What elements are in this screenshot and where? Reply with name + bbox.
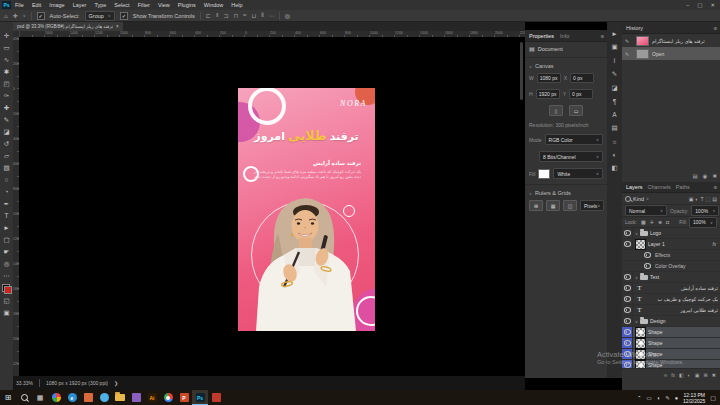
tab-history[interactable]: History bbox=[626, 25, 643, 31]
menu-item[interactable]: Window bbox=[204, 2, 224, 8]
menu-item[interactable]: Image bbox=[49, 2, 64, 8]
mail-app-icon[interactable] bbox=[80, 390, 96, 405]
y-field[interactable]: 0 px bbox=[569, 89, 593, 99]
share-icon[interactable]: ► bbox=[611, 30, 617, 37]
rulers-grids-section-label[interactable]: Rulers & Grids bbox=[535, 190, 571, 196]
history-brush-source[interactable]: ✎ bbox=[625, 51, 633, 57]
layer-name[interactable]: یک حرکت کوچیک و ظریف ب bbox=[646, 296, 718, 302]
screen-mode-button[interactable]: ▣ bbox=[1, 307, 12, 318]
show-transform-checkbox[interactable]: ✓ bbox=[120, 12, 128, 20]
group-expand-icon[interactable]: ∨ bbox=[635, 319, 638, 324]
selection-tool[interactable]: ✱ bbox=[1, 66, 12, 77]
panel-menu-icon[interactable]: ≡ bbox=[714, 184, 720, 190]
dodge-tool[interactable]: ◔ bbox=[1, 186, 12, 197]
illustrator-app-icon[interactable]: Ai bbox=[144, 390, 160, 405]
height-field[interactable]: 1920 px bbox=[536, 89, 560, 99]
x-field[interactable]: 0 px bbox=[570, 73, 594, 83]
brush-settings-icon[interactable]: ✎ bbox=[612, 70, 617, 78]
visibility-eye-icon[interactable] bbox=[622, 283, 633, 293]
layer-row[interactable]: ∨ T Text fx bbox=[622, 272, 720, 283]
layer-row[interactable]: ∨ T ترفند طلایی امروز fx bbox=[622, 305, 720, 316]
search-button[interactable] bbox=[16, 390, 32, 405]
visibility-eye-icon[interactable] bbox=[622, 327, 633, 337]
layer-name[interactable]: Text bbox=[650, 274, 718, 280]
clone-source-icon[interactable]: ◪ bbox=[611, 84, 617, 92]
layer-name[interactable]: Shape bbox=[648, 340, 718, 346]
align-button[interactable]: ⊐ bbox=[223, 12, 227, 19]
layer-name[interactable]: Shape bbox=[648, 329, 718, 335]
status-arrow-icon[interactable]: ❯ bbox=[114, 380, 118, 386]
blur-tool[interactable]: ○ bbox=[1, 174, 12, 185]
path-selection-tool[interactable]: ► bbox=[1, 222, 12, 233]
fill-color-swatch[interactable] bbox=[538, 169, 550, 179]
paragraph-icon[interactable]: ¶ bbox=[613, 98, 617, 105]
visibility-eye-icon[interactable] bbox=[622, 272, 633, 282]
edge-app-icon[interactable]: e bbox=[64, 390, 80, 405]
filter-type-icon[interactable]: ▤ bbox=[712, 196, 717, 202]
layer-name[interactable]: ترفند طلایی امروز bbox=[646, 307, 718, 313]
align-button[interactable]: ⫴ bbox=[261, 12, 263, 19]
libraries-icon[interactable]: ▣ bbox=[611, 43, 617, 51]
layer-row[interactable]: ∨ T ترفند ساده آرایش fx bbox=[622, 283, 720, 294]
tab-info[interactable]: Info bbox=[560, 33, 569, 39]
photoshop-app-icon[interactable]: Ps bbox=[192, 390, 208, 405]
move-tool[interactable]: ✛ bbox=[1, 30, 12, 41]
teams-app-icon[interactable] bbox=[96, 390, 112, 405]
task-view-button[interactable]: ▦ bbox=[32, 390, 48, 405]
eyedropper-tool[interactable]: ✑ bbox=[1, 90, 12, 101]
tray-display-icon[interactable]: ▭ bbox=[647, 395, 652, 401]
grid-button[interactable]: ⊞ bbox=[529, 200, 543, 211]
new-snapshot-icon[interactable]: ◉ bbox=[703, 173, 708, 179]
history-state-row[interactable]: ✎ Open bbox=[622, 47, 720, 60]
media-app-icon[interactable] bbox=[128, 390, 144, 405]
auto-select-target-dropdown[interactable]: Group∨ bbox=[85, 11, 115, 21]
color-swatches[interactable] bbox=[2, 284, 12, 294]
visibility-eye-icon[interactable] bbox=[622, 305, 633, 315]
tray-volume-icon[interactable]: ◖ bbox=[657, 395, 660, 401]
tab-close-icon[interactable]: × bbox=[116, 24, 119, 29]
mode-dropdown[interactable]: RGB Color∨ bbox=[545, 134, 603, 145]
auto-select-checkbox[interactable]: ✓ bbox=[37, 12, 45, 20]
align-button[interactable]: ⊓ bbox=[233, 12, 237, 19]
layer-mask-icon[interactable]: ◧ bbox=[679, 372, 684, 378]
fill-percent-dropdown[interactable]: 100%∨ bbox=[689, 217, 717, 228]
tray-chevron-icon[interactable]: ⌃ bbox=[637, 395, 642, 401]
notification-center-button[interactable]: ▢ bbox=[710, 394, 716, 401]
layer-name[interactable]: Shape bbox=[648, 351, 718, 357]
marquee-tool[interactable]: ▭ bbox=[1, 42, 12, 53]
layer-row[interactable]: ∨ T Shape fx bbox=[622, 349, 720, 360]
layer-name[interactable]: Layer 1 bbox=[648, 241, 710, 247]
layer-name[interactable]: Shape bbox=[648, 362, 718, 368]
menu-item[interactable]: Select bbox=[114, 2, 129, 8]
new-layer-icon[interactable]: ⊞ bbox=[704, 372, 708, 378]
opacity-dropdown[interactable]: 100%∨ bbox=[691, 205, 719, 216]
align-button[interactable]: ⊔ bbox=[252, 12, 256, 19]
layer-row[interactable]: ∨ T یک حرکت کوچیک و ظریف ب fx bbox=[622, 294, 720, 305]
shape-tool[interactable]: ▢ bbox=[1, 234, 12, 245]
lasso-tool[interactable]: ∿ bbox=[1, 54, 12, 65]
close-button[interactable]: ✕ bbox=[710, 2, 715, 8]
visibility-eye-icon[interactable] bbox=[622, 338, 633, 348]
panel-menu-icon[interactable]: ≡ bbox=[714, 25, 720, 31]
layer-thumbnail[interactable] bbox=[635, 327, 646, 338]
width-field[interactable]: 1080 px bbox=[537, 73, 561, 83]
menu-item[interactable]: Layer bbox=[73, 2, 87, 8]
layer-row[interactable]: ∨ T Layer 1 fx bbox=[622, 239, 720, 250]
layer-name[interactable]: Color Overlay bbox=[655, 263, 718, 269]
visibility-eye-icon[interactable] bbox=[622, 228, 633, 238]
vertical-scrollbar[interactable] bbox=[520, 42, 523, 100]
menu-item[interactable]: Filter bbox=[138, 2, 150, 8]
group-expand-icon[interactable]: ∨ bbox=[635, 275, 638, 280]
layer-row[interactable]: ∨ T Shape fx bbox=[622, 327, 720, 338]
layer-thumbnail[interactable] bbox=[635, 360, 646, 369]
menu-item[interactable]: Type bbox=[94, 2, 106, 8]
layer-row[interactable]: ∨ T Shape fx bbox=[622, 360, 720, 368]
taskbar-clock[interactable]: 12:13 PM 12/2/2025 bbox=[683, 392, 705, 404]
link-layers-icon[interactable]: ∞ bbox=[664, 372, 668, 378]
lock-button[interactable]: ✛ bbox=[650, 219, 654, 225]
menu-item[interactable]: View bbox=[158, 2, 170, 8]
menu-item[interactable]: Plugins bbox=[178, 2, 196, 8]
new-doc-from-state-icon[interactable]: ▤ bbox=[692, 173, 697, 179]
gradients-icon[interactable]: ◐ bbox=[613, 151, 617, 158]
align-button[interactable]: ⋯ bbox=[269, 12, 274, 19]
